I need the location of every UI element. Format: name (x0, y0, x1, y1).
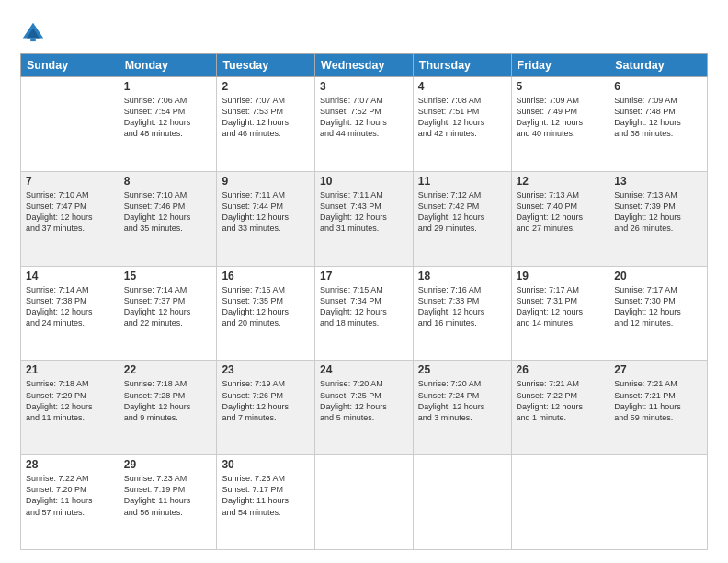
calendar-cell: 3Sunrise: 7:07 AM Sunset: 7:52 PM Daylig… (315, 77, 414, 172)
weekday-header-row: SundayMondayTuesdayWednesdayThursdayFrid… (21, 54, 708, 77)
day-info: Sunrise: 7:12 AM Sunset: 7:42 PM Dayligh… (418, 190, 506, 235)
day-number: 15 (124, 270, 212, 282)
day-info: Sunrise: 7:09 AM Sunset: 7:49 PM Dayligh… (517, 95, 605, 140)
calendar-cell: 9Sunrise: 7:11 AM Sunset: 7:44 PM Daylig… (217, 171, 315, 266)
day-info: Sunrise: 7:20 AM Sunset: 7:25 PM Dayligh… (320, 378, 408, 423)
day-info: Sunrise: 7:13 AM Sunset: 7:40 PM Dayligh… (517, 190, 605, 235)
calendar: SundayMondayTuesdayWednesdayThursdayFrid… (20, 53, 708, 550)
day-info: Sunrise: 7:07 AM Sunset: 7:53 PM Dayligh… (222, 95, 310, 140)
day-info: Sunrise: 7:11 AM Sunset: 7:44 PM Dayligh… (222, 190, 310, 235)
day-number: 30 (222, 458, 310, 471)
day-number: 29 (124, 458, 212, 471)
day-info: Sunrise: 7:18 AM Sunset: 7:28 PM Dayligh… (124, 378, 212, 423)
calendar-cell (21, 77, 119, 172)
day-number: 10 (320, 175, 408, 188)
calendar-cell: 22Sunrise: 7:18 AM Sunset: 7:28 PM Dayli… (119, 361, 217, 455)
calendar-cell: 2Sunrise: 7:07 AM Sunset: 7:53 PM Daylig… (217, 77, 315, 172)
day-number: 3 (320, 80, 408, 93)
day-info: Sunrise: 7:14 AM Sunset: 7:37 PM Dayligh… (124, 284, 212, 329)
day-info: Sunrise: 7:23 AM Sunset: 7:19 PM Dayligh… (124, 473, 212, 518)
day-number: 26 (517, 363, 605, 376)
day-info: Sunrise: 7:07 AM Sunset: 7:52 PM Dayligh… (320, 95, 408, 140)
weekday-header-monday: Monday (119, 54, 217, 77)
calendar-week-1: 1Sunrise: 7:06 AM Sunset: 7:54 PM Daylig… (21, 77, 708, 172)
calendar-week-5: 28Sunrise: 7:22 AM Sunset: 7:20 PM Dayli… (21, 455, 708, 550)
weekday-header-tuesday: Tuesday (217, 54, 315, 77)
day-info: Sunrise: 7:10 AM Sunset: 7:47 PM Dayligh… (26, 190, 114, 235)
day-number: 9 (222, 175, 310, 188)
day-info: Sunrise: 7:14 AM Sunset: 7:38 PM Dayligh… (26, 284, 114, 329)
calendar-cell: 21Sunrise: 7:18 AM Sunset: 7:29 PM Dayli… (21, 361, 119, 455)
calendar-week-2: 7Sunrise: 7:10 AM Sunset: 7:47 PM Daylig… (21, 171, 708, 266)
day-number: 5 (517, 80, 605, 93)
calendar-cell: 17Sunrise: 7:15 AM Sunset: 7:34 PM Dayli… (315, 266, 414, 361)
day-info: Sunrise: 7:19 AM Sunset: 7:26 PM Dayligh… (222, 378, 310, 423)
calendar-cell: 8Sunrise: 7:10 AM Sunset: 7:46 PM Daylig… (119, 171, 217, 266)
day-number: 7 (26, 175, 114, 188)
calendar-cell (609, 455, 708, 550)
calendar-cell: 12Sunrise: 7:13 AM Sunset: 7:40 PM Dayli… (511, 171, 609, 266)
day-info: Sunrise: 7:21 AM Sunset: 7:21 PM Dayligh… (614, 378, 702, 423)
day-info: Sunrise: 7:23 AM Sunset: 7:17 PM Dayligh… (222, 473, 310, 518)
day-info: Sunrise: 7:21 AM Sunset: 7:22 PM Dayligh… (517, 378, 605, 423)
calendar-cell: 10Sunrise: 7:11 AM Sunset: 7:43 PM Dayli… (315, 171, 414, 266)
calendar-cell (413, 455, 511, 550)
calendar-cell: 1Sunrise: 7:06 AM Sunset: 7:54 PM Daylig… (119, 77, 217, 172)
day-info: Sunrise: 7:20 AM Sunset: 7:24 PM Dayligh… (418, 378, 506, 423)
day-info: Sunrise: 7:13 AM Sunset: 7:39 PM Dayligh… (614, 190, 702, 235)
day-number: 22 (124, 363, 212, 376)
calendar-cell: 14Sunrise: 7:14 AM Sunset: 7:38 PM Dayli… (21, 266, 119, 361)
day-number: 4 (418, 80, 506, 93)
calendar-cell: 23Sunrise: 7:19 AM Sunset: 7:26 PM Dayli… (217, 361, 315, 455)
calendar-cell: 26Sunrise: 7:21 AM Sunset: 7:22 PM Dayli… (511, 361, 609, 455)
day-number: 23 (222, 363, 310, 376)
calendar-cell: 28Sunrise: 7:22 AM Sunset: 7:20 PM Dayli… (21, 455, 119, 550)
calendar-cell: 16Sunrise: 7:15 AM Sunset: 7:35 PM Dayli… (217, 266, 315, 361)
calendar-cell (511, 455, 609, 550)
day-info: Sunrise: 7:11 AM Sunset: 7:43 PM Dayligh… (320, 190, 408, 235)
calendar-cell (315, 455, 414, 550)
day-number: 1 (124, 80, 212, 93)
calendar-cell: 27Sunrise: 7:21 AM Sunset: 7:21 PM Dayli… (609, 361, 708, 455)
calendar-cell: 13Sunrise: 7:13 AM Sunset: 7:39 PM Dayli… (609, 171, 708, 266)
logo-icon (20, 20, 46, 46)
page: SundayMondayTuesdayWednesdayThursdayFrid… (0, 0, 728, 563)
day-number: 21 (26, 363, 114, 376)
day-info: Sunrise: 7:18 AM Sunset: 7:29 PM Dayligh… (26, 378, 114, 423)
calendar-cell: 25Sunrise: 7:20 AM Sunset: 7:24 PM Dayli… (413, 361, 511, 455)
weekday-header-sunday: Sunday (21, 54, 119, 77)
day-number: 6 (614, 80, 702, 93)
day-info: Sunrise: 7:17 AM Sunset: 7:31 PM Dayligh… (517, 284, 605, 329)
calendar-week-3: 14Sunrise: 7:14 AM Sunset: 7:38 PM Dayli… (21, 266, 708, 361)
calendar-cell: 7Sunrise: 7:10 AM Sunset: 7:47 PM Daylig… (21, 171, 119, 266)
day-number: 14 (26, 270, 114, 282)
day-number: 20 (614, 270, 702, 282)
calendar-cell: 4Sunrise: 7:08 AM Sunset: 7:51 PM Daylig… (413, 77, 511, 172)
day-info: Sunrise: 7:09 AM Sunset: 7:48 PM Dayligh… (614, 95, 702, 140)
day-info: Sunrise: 7:15 AM Sunset: 7:35 PM Dayligh… (222, 284, 310, 329)
day-number: 8 (124, 175, 212, 188)
day-info: Sunrise: 7:17 AM Sunset: 7:30 PM Dayligh… (614, 284, 702, 329)
day-info: Sunrise: 7:15 AM Sunset: 7:34 PM Dayligh… (320, 284, 408, 329)
day-number: 2 (222, 80, 310, 93)
svg-rect-2 (30, 39, 36, 42)
calendar-cell: 15Sunrise: 7:14 AM Sunset: 7:37 PM Dayli… (119, 266, 217, 361)
calendar-cell: 11Sunrise: 7:12 AM Sunset: 7:42 PM Dayli… (413, 171, 511, 266)
day-number: 27 (614, 363, 702, 376)
day-number: 16 (222, 270, 310, 282)
weekday-header-friday: Friday (511, 54, 609, 77)
weekday-header-saturday: Saturday (609, 54, 708, 77)
header (20, 17, 708, 46)
calendar-cell: 6Sunrise: 7:09 AM Sunset: 7:48 PM Daylig… (609, 77, 708, 172)
day-number: 17 (320, 270, 408, 282)
day-number: 28 (26, 458, 114, 471)
weekday-header-wednesday: Wednesday (315, 54, 414, 77)
day-info: Sunrise: 7:08 AM Sunset: 7:51 PM Dayligh… (418, 95, 506, 140)
day-number: 25 (418, 363, 506, 376)
day-number: 12 (517, 175, 605, 188)
weekday-header-thursday: Thursday (413, 54, 511, 77)
logo (20, 20, 50, 46)
day-number: 24 (320, 363, 408, 376)
day-info: Sunrise: 7:22 AM Sunset: 7:20 PM Dayligh… (26, 473, 114, 518)
day-number: 19 (517, 270, 605, 282)
